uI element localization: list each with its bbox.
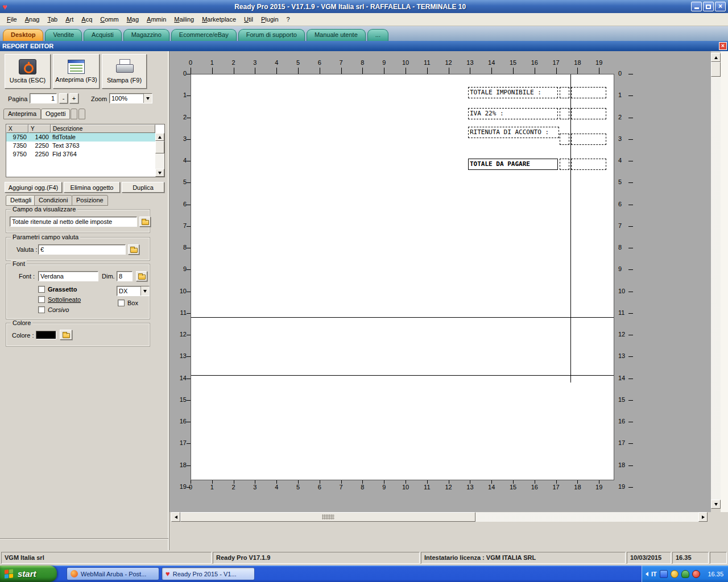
menu-item-file[interactable]: File [3,14,21,26]
add-object-button[interactable]: Aggiungi ogg.(F4) [5,182,62,193]
menu-item-ammin[interactable]: Ammin [143,14,170,26]
bold-checkbox[interactable] [38,286,45,293]
menu-item-plugin[interactable]: Plugin [257,14,283,26]
scroll-down-button[interactable] [155,169,164,177]
italic-checkbox[interactable] [38,306,45,313]
duplicate-object-button[interactable]: Duplica [122,182,164,193]
menu-item-mailing[interactable]: Mailing [170,14,198,26]
tab-forum-di-supporto[interactable]: Forum di supporto [238,29,305,41]
panel-tab-blank-1[interactable] [71,109,77,119]
zoom-select[interactable]: 100% [109,93,152,103]
align-dropdown-button[interactable] [140,286,149,296]
scroll-down-button[interactable] [711,500,721,509]
scrollbar-thumb[interactable] [155,141,164,153]
panel-tab-oggetti[interactable]: Oggetti [41,109,70,119]
report-field-value-box[interactable] [560,87,569,98]
table-row[interactable]: 97502250Fld 3764 [6,150,155,159]
objects-table-scrollbar[interactable] [155,133,164,177]
font-picker-button[interactable] [136,271,147,281]
detail-tab-posizione[interactable]: Posizione [72,195,108,206]
arrow-down-icon [714,503,718,506]
field-picker-button[interactable] [139,217,151,227]
report-field-value-box[interactable] [571,159,606,170]
tab-magazzino[interactable]: Magazzino [123,29,169,41]
detail-tab-dettagli[interactable]: Dettagli [6,195,36,206]
print-button[interactable]: Stampa (F9) [102,54,147,89]
menu-item-mag[interactable]: Mag [123,14,143,26]
report-field-value-box[interactable] [560,159,569,170]
tray-icon-yellow[interactable] [671,570,679,578]
tab-desktop[interactable]: Desktop [3,29,43,41]
scroll-up-button[interactable] [155,133,164,141]
scroll-up-button[interactable] [711,53,721,62]
report-field-value-box[interactable] [571,134,606,145]
scroll-left-button[interactable] [171,512,180,522]
report-field-value-box[interactable] [571,87,606,98]
menu-item-comm[interactable]: Comm [96,14,122,26]
taskbar-item-readypro[interactable]: ♥ Ready Pro 2015 - V1... [162,567,255,580]
align-select[interactable]: DX [117,286,150,296]
color-picker-button[interactable] [60,330,72,340]
close-button[interactable]: × [715,2,726,11]
vertical-scrollbar[interactable] [711,53,721,509]
zoom-dropdown-button[interactable] [143,94,152,103]
menu-item-tab[interactable]: Tab [43,14,61,26]
menu-item-util[interactable]: Util [240,14,257,26]
font-size-input[interactable] [117,272,132,281]
page-number-input[interactable] [30,94,56,103]
detail-tab-condizioni[interactable]: Condizioni [34,195,72,206]
tab-item[interactable]: ... [367,29,388,41]
menu-item-anag[interactable]: Anag [21,14,44,26]
page-next-button[interactable]: + [69,93,78,103]
currency-input[interactable] [39,245,125,254]
menu-item-art[interactable]: Art [61,14,77,26]
menu-item-marketplace[interactable]: Marketplace [198,14,240,26]
panel-tab-anteprima[interactable]: Anteprima [3,109,41,119]
language-indicator[interactable]: IT [651,571,657,577]
report-field-value-box[interactable] [571,108,606,119]
underline-checkbox[interactable] [38,296,45,303]
menu-item-item[interactable]: ? [283,14,294,26]
column-header-x[interactable]: X [6,124,28,133]
report-page[interactable]: TOTALE IMPONIBILE :IVA 22% :RITENUTA DI … [191,74,614,480]
delete-object-button[interactable]: Elimina oggetto [64,182,120,193]
tray-collapse-icon[interactable] [646,572,648,576]
horizontal-scrollbar-thumb[interactable] [180,512,475,522]
ruler-tick [628,205,633,205]
table-row[interactable]: 97501400fldTotale [6,133,155,142]
column-header-descrizione[interactable]: Descrizione [51,124,155,133]
panel-tab-blank-2[interactable] [78,109,85,119]
editor-close-button[interactable]: × [719,42,727,50]
table-row[interactable]: 73502250Text 3763 [6,142,155,150]
tab-vendite[interactable]: Vendite [45,29,82,41]
report-field-label[interactable]: TOTALE IMPONIBILE : [468,87,558,98]
start-button[interactable]: start [0,566,57,582]
report-field-label[interactable]: RITENUTA DI ACCONTO : [468,127,559,138]
display-field-input[interactable] [10,217,136,226]
report-field-value-box[interactable] [560,134,569,145]
color-swatch[interactable] [36,331,56,339]
exit-button[interactable]: Uscita (ESC) [5,54,51,89]
page-prev-button[interactable]: - [59,93,68,103]
tray-icon-red[interactable] [692,570,700,578]
taskbar-item-webmail[interactable]: WebMail Aruba - Post... [67,567,159,580]
report-field-label[interactable]: IVA 22% : [468,108,558,119]
tray-icon-green[interactable] [681,570,689,578]
column-header-y[interactable]: Y [28,124,51,133]
tab-acquisti[interactable]: Acquisti [84,29,122,41]
report-field-value-box[interactable] [560,108,569,119]
minimize-button[interactable] [691,2,702,11]
tray-icon-blue[interactable] [660,570,668,578]
tab-manuale-utente[interactable]: Manuale utente [307,29,366,41]
box-checkbox[interactable] [118,300,125,306]
report-field-label[interactable]: TOTALE DA PAGARE [468,159,558,170]
horizontal-scrollbar[interactable] [171,512,708,522]
scroll-right-button[interactable] [698,512,708,522]
preview-button[interactable]: Anteprima (F3) [53,54,100,89]
currency-picker-button[interactable] [128,244,139,255]
maximize-button[interactable] [703,2,714,11]
tab-ecommerce-ebay[interactable]: Ecommerce/eBay [171,29,237,41]
menu-item-acq[interactable]: Acq [77,14,96,26]
font-name-input[interactable] [39,272,98,281]
vertical-scrollbar-thumb[interactable] [711,62,721,77]
